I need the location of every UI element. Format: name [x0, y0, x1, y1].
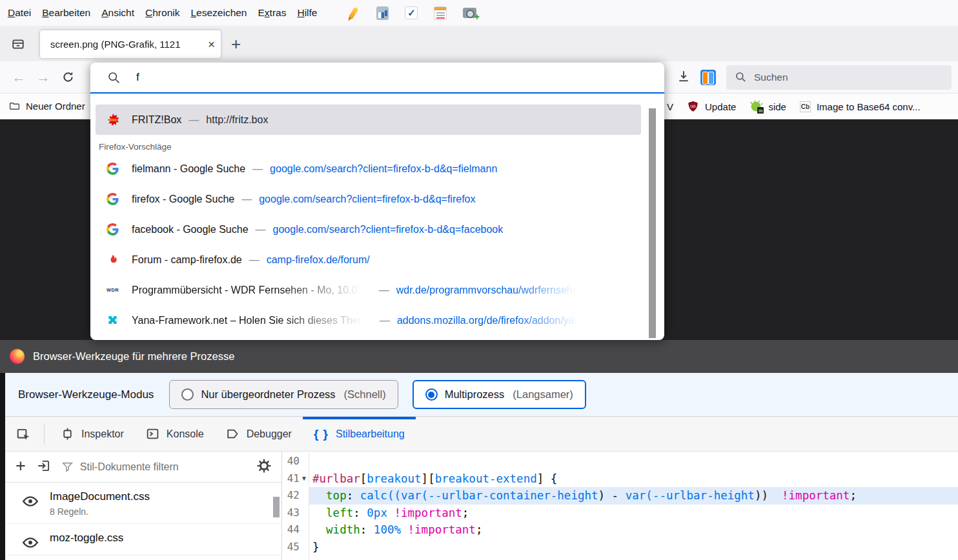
flame-icon	[107, 254, 118, 266]
search-placeholder: Suchen	[754, 72, 788, 83]
menu-item-chronik[interactable]: Chronik	[145, 7, 179, 19]
cb-icon: Cb	[800, 101, 811, 112]
google-icon	[107, 193, 119, 205]
suggestion-row-yana[interactable]: Yana-Framework.net – Holen Sie sich dies…	[90, 305, 641, 335]
gear-icon[interactable]	[257, 459, 271, 475]
devtools-left-edge	[0, 373, 5, 560]
code-line-46[interactable]: 46	[282, 556, 958, 560]
tab-konsole[interactable]: Konsole	[135, 417, 215, 451]
code-line-40[interactable]: 40	[282, 453, 958, 470]
firefox-logo-icon	[10, 349, 25, 364]
eye-icon[interactable]	[22, 537, 39, 548]
reload-icon[interactable]	[56, 71, 80, 83]
fold-marker[interactable]: ▼	[300, 470, 309, 488]
tab-inspektor[interactable]: Inspektor	[50, 417, 135, 451]
debugger-icon	[226, 427, 240, 441]
tab-debugger[interactable]: Debugger	[215, 417, 303, 451]
mode-label: Browser-Werkzeuge-Modus	[18, 388, 154, 401]
bookmark-folder-neuer-ordner[interactable]: Neuer Ordner	[9, 101, 85, 112]
style-sheet-toolbar: + Stil-Dokumente filtern	[5, 452, 281, 483]
code-line-41[interactable]: 41▼ #urlbar[breakout][breakout-extend] {	[282, 470, 958, 488]
highlighter-icon[interactable]	[346, 6, 360, 20]
tv-schedule-icon[interactable]	[433, 6, 447, 20]
download-icon[interactable]	[677, 70, 690, 85]
radio-unchecked-icon	[181, 388, 194, 401]
new-tab-button[interactable]: +	[231, 35, 241, 52]
code-line-42-active[interactable]: 42 top: calc((var(--urlbar-container-hei…	[282, 487, 958, 505]
search-input[interactable]: Suchen	[726, 65, 952, 90]
dropdown-scrollbar[interactable]	[649, 108, 656, 338]
suggestion-row-wdr[interactable]: WDR Programmübersicht - WDR Fernsehen - …	[90, 275, 641, 305]
style-sheet-list: ImageDocument.css 8 Regeln. moz-toggle.c…	[5, 483, 281, 560]
eye-icon[interactable]	[22, 495, 39, 507]
line-number: 46	[282, 556, 300, 560]
bookmark-side[interactable]: m side	[749, 100, 786, 113]
inspector-icon	[61, 427, 74, 441]
w3c-validator-icon[interactable]: ✓	[404, 6, 418, 20]
tab-stilbearbeitung[interactable]: { } Stilbearbeitung	[303, 417, 416, 451]
radio-checked-icon	[425, 388, 438, 401]
stats-clipboard-icon[interactable]	[375, 6, 389, 20]
bookmark-clipped[interactable]: V	[667, 101, 673, 112]
bookmark-update[interactable]: UO Update	[687, 100, 736, 113]
import-stylesheet-icon[interactable]	[37, 459, 51, 475]
css-source-editor[interactable]: 40 41▼ #urlbar[breakout][breakout-extend…	[282, 452, 958, 560]
suggestion-row-fritzbox[interactable]: FRITZ!Box — http://fritz.box	[96, 105, 641, 135]
code-line-45[interactable]: 45 }	[282, 539, 958, 556]
new-stylesheet-icon[interactable]: +	[15, 457, 26, 475]
menubar-extension-icons: ✓	[346, 6, 476, 20]
devtools-title: Browser-Werkzeuge für mehrere Prozesse	[33, 350, 234, 363]
back-icon[interactable]: ←	[6, 70, 31, 85]
archive-box-icon[interactable]	[6, 32, 30, 55]
line-number: 44	[282, 521, 300, 539]
search-icon	[735, 72, 746, 83]
stylesheet-name: moz-toggle.css	[50, 532, 123, 545]
suggestion-row-facebook[interactable]: facebook - Google Suche — google.com/sea…	[90, 214, 641, 245]
svg-text:UO: UO	[690, 105, 696, 108]
stylesheet-name: ImageDocument.css	[50, 490, 150, 503]
devtools-tab-bar: Inspektor Konsole Debugger { } Stilbearb…	[5, 417, 958, 452]
bookmarks-right-cluster: V UO Update m side Cb Image to Base64 co…	[667, 94, 921, 119]
stylesheet-item-moz-toggle[interactable]: moz-toggle.css	[5, 524, 281, 555]
firefox-window: Datei Bearbeiten Ansicht Chronik Lesezei…	[0, 0, 958, 560]
toolbox-mode-row: Browser-Werkzeuge-Modus Nur übergeordnet…	[5, 373, 958, 417]
close-icon[interactable]: ×	[208, 38, 215, 50]
bookmark-base64[interactable]: Cb Image to Base64 conv...	[800, 101, 921, 112]
side-creature-icon: m	[749, 100, 762, 113]
browser-tab[interactable]: screen.png (PNG-Grafik, 1121 ×	[40, 30, 221, 58]
wdr-icon: WDR	[107, 287, 119, 293]
stylesheet-item-imagedocument[interactable]: ImageDocument.css 8 Regeln.	[5, 483, 281, 524]
mode-option-parent-process[interactable]: Nur übergeordneter Prozess (Schnell)	[169, 380, 398, 409]
suggestion-row-firefox[interactable]: firefox - Google Suche — google.com/sear…	[90, 184, 641, 214]
menu-item-bearbeiten[interactable]: Bearbeiten	[42, 7, 90, 19]
menu-item-hilfe[interactable]: Hilfe	[297, 7, 317, 19]
line-number: 40	[282, 453, 300, 470]
urlbar-dropdown: f FRITZ!Box — http://fritz.box Firefox-V…	[90, 63, 664, 340]
filter-funnel-icon	[62, 461, 73, 472]
menu-item-ansicht[interactable]: Ansicht	[101, 7, 134, 19]
suggestion-row-fielmann[interactable]: fielmann - Google Suche — google.com/sea…	[90, 154, 641, 184]
console-icon	[146, 427, 159, 441]
tab-title: screen.png (PNG-Grafik, 1121	[50, 39, 205, 50]
devtools-titlebar: Browser-Werkzeuge für mehrere Prozesse	[0, 340, 958, 373]
filter-stylesheets-input[interactable]: Stil-Dokumente filtern	[62, 461, 246, 473]
forward-icon[interactable]: →	[31, 70, 56, 85]
google-icon	[107, 223, 119, 235]
extension-battery-icon[interactable]	[700, 70, 716, 85]
menu-item-extras[interactable]: Extras	[258, 7, 287, 19]
puzzle-addon-icon	[107, 314, 119, 326]
menu-item-datei[interactable]: Datei	[8, 7, 31, 19]
suggestion-row-camp-firefox[interactable]: Forum - camp-firefox.de — camp-firefox.d…	[90, 245, 641, 275]
sidebar-scrollbar[interactable]	[273, 497, 280, 517]
mode-option-multiprocess[interactable]: Multiprozess (Langsamer)	[413, 380, 586, 409]
style-sheet-sidebar: + Stil-Dokumente filtern	[5, 452, 282, 560]
code-line-43[interactable]: 43 left: 0px !important;	[282, 505, 958, 522]
urlbar-input[interactable]: f	[90, 63, 664, 92]
stylesheet-rule-count: 8 Regeln.	[50, 506, 150, 517]
code-line-44[interactable]: 44 width: 100% !important;	[282, 521, 958, 539]
devtools-panel: Browser-Werkzeuge für mehrere Prozesse B…	[0, 340, 958, 560]
node-picker-icon[interactable]	[8, 417, 39, 451]
menu-item-lesezeichen[interactable]: Lesezeichen	[190, 7, 247, 19]
navbar-right-cluster: Suchen	[677, 65, 952, 90]
camera-plus-icon[interactable]	[462, 6, 476, 20]
